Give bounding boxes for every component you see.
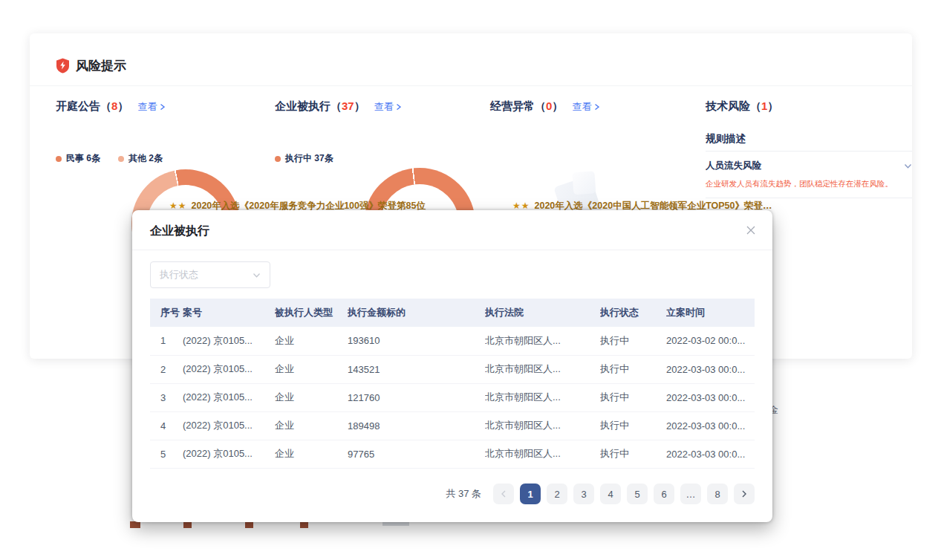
column-header: 执行法院 — [485, 299, 600, 327]
modal-title: 企业被执行 — [150, 224, 209, 239]
chevron-right-icon — [159, 103, 166, 111]
header-divider — [30, 85, 912, 86]
chevron-down-icon — [904, 163, 912, 169]
pagination-page-button[interactable]: 8 — [707, 484, 728, 504]
section-execution-header: 企业被执行（37） 查看 — [275, 100, 402, 114]
section-title: 开庭公告 — [56, 100, 100, 112]
pagination-ellipsis-button[interactable]: … — [680, 484, 701, 504]
chevron-down-icon — [253, 268, 261, 281]
table-row: 5(2022) 京0105...企业97765北京市朝阳区人...执行中2022… — [150, 440, 755, 468]
select-placeholder: 执行状态 — [160, 268, 198, 281]
pagination-page-button[interactable]: 4 — [600, 484, 621, 504]
column-header: 序号 — [150, 299, 183, 327]
tech-risk-collapse-header[interactable]: 人员流失风险 — [706, 160, 912, 172]
pagination-total: 共 37 条 — [446, 487, 481, 501]
view-link-court[interactable]: 查看 — [138, 100, 166, 114]
modal-header: 企业被执行 — [132, 210, 772, 250]
divider — [706, 151, 912, 152]
table-header-row: 序号 案号 被执行人类型 执行金额标的 执行法院 执行状态 立案时间 — [150, 299, 755, 327]
column-header: 立案时间 — [666, 299, 755, 327]
legend-dot-icon — [275, 156, 281, 162]
legend-item: 其他 2条 — [118, 152, 163, 165]
occluded-chart-fragment — [245, 521, 253, 528]
legend-dot-icon — [56, 156, 62, 162]
risk-shield-icon — [56, 58, 70, 74]
column-header: 执行状态 — [600, 299, 666, 327]
view-link-abnormal[interactable]: 查看 — [573, 100, 600, 114]
section-title: 经营异常 — [490, 100, 535, 112]
pagination-page-button[interactable]: 1 — [520, 484, 541, 504]
pagination-page-button[interactable]: 2 — [547, 484, 567, 504]
view-link-execution[interactable]: 查看 — [374, 100, 402, 114]
pagination-page-button[interactable]: 6 — [654, 484, 674, 504]
star-icons: ★★ — [512, 201, 530, 211]
legend-item: 民事 6条 — [56, 152, 100, 165]
tech-risk-description: 企业研发人员有流失趋势，团队稳定性存在潜在风险。 — [706, 179, 893, 189]
occluded-chart-fragment — [300, 521, 308, 528]
divider — [706, 198, 912, 198]
section-title: 企业被执行 — [275, 100, 331, 112]
pagination-next-button[interactable] — [734, 484, 755, 504]
section-title: 技术风险 — [706, 100, 750, 112]
occluded-chart-fragment — [183, 521, 192, 528]
table-row: 1(2022) 京0105...企业193610北京市朝阳区人...执行中202… — [150, 327, 755, 355]
section-tech-header: 技术风险（1） — [706, 100, 778, 114]
column-header: 案号 — [183, 299, 275, 327]
pagination: 共 37 条 1 2 3 4 5 6 … 8 — [150, 484, 755, 504]
close-icon[interactable] — [746, 225, 756, 235]
chevron-left-icon — [501, 490, 507, 498]
pagination-prev-button[interactable] — [493, 484, 514, 504]
occluded-chart-fragment — [130, 521, 140, 528]
chevron-right-icon — [395, 103, 402, 111]
risk-panel-header: 风险提示 — [56, 56, 126, 75]
execution-modal: 企业被执行 执行状态 序号 案号 被执行人类型 执行金额标的 执行法院 执行状态 — [132, 210, 772, 522]
page: 风险提示 开庭公告（8） 查看 企业被执行（37） 查看 经营异常（0） 查看 … — [0, 0, 941, 560]
chevron-right-icon — [741, 490, 747, 498]
table-row: 2(2022) 京0105...企业143521北京市朝阳区人...执行中202… — [150, 355, 755, 383]
legend-dot-icon — [118, 156, 124, 162]
legend-item: 执行中 37条 — [275, 152, 333, 165]
execution-legend: 执行中 37条 — [275, 152, 333, 165]
execution-status-select[interactable]: 执行状态 — [150, 261, 270, 288]
section-court-header: 开庭公告（8） 查看 — [56, 100, 166, 114]
panel-title: 风险提示 — [76, 57, 126, 74]
chevron-right-icon — [593, 103, 600, 111]
table-row: 4(2022) 京0105...企业189498北京市朝阳区人...执行中202… — [150, 411, 755, 440]
column-header: 被执行人类型 — [275, 299, 348, 327]
section-count: 37 — [342, 100, 354, 112]
star-icons: ★★ — [169, 201, 187, 211]
pagination-page-button[interactable]: 5 — [627, 484, 648, 504]
tech-rule-tab[interactable]: 规则描述 — [706, 132, 746, 146]
execution-table: 序号 案号 被执行人类型 执行金额标的 执行法院 执行状态 立案时间 1(202… — [150, 299, 755, 469]
column-header: 执行金额标的 — [348, 299, 485, 327]
court-legend: 民事 6条 其他 2条 — [56, 152, 163, 165]
pagination-page-button[interactable]: 3 — [573, 484, 594, 504]
table-row: 3(2022) 京0105...企业121760北京市朝阳区人...执行中202… — [150, 383, 755, 411]
section-abnormal-header: 经营异常（0） 查看 — [490, 100, 600, 114]
